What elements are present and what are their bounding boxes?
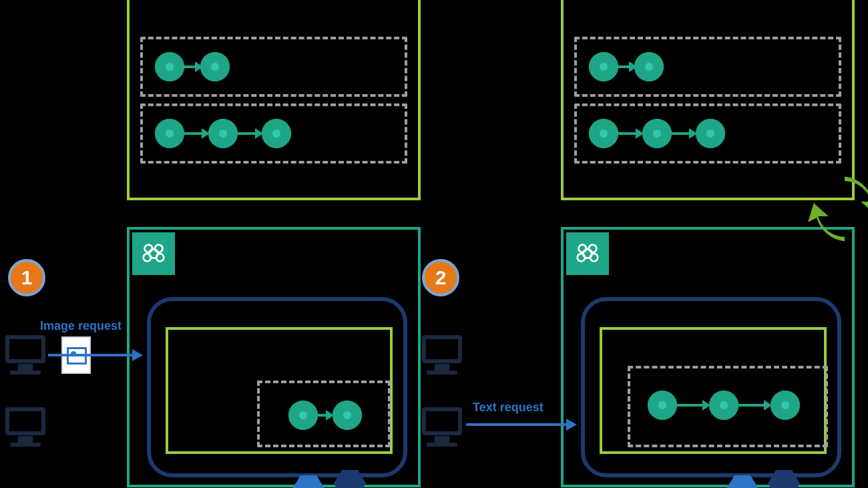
brain-icon — [132, 232, 175, 275]
model-registry-box — [561, 0, 855, 200]
svg-point-6 — [589, 245, 597, 253]
pipeline-link — [184, 132, 203, 135]
model-node-icon — [155, 119, 184, 148]
pipeline-link — [238, 132, 256, 135]
svg-point-1 — [155, 245, 163, 253]
step-number: 1 — [21, 266, 33, 289]
step-badge-1: 1 — [8, 259, 45, 296]
model-node-icon — [288, 401, 318, 430]
pipeline-link — [672, 132, 690, 135]
pipeline-link — [738, 404, 765, 407]
svg-point-5 — [579, 245, 587, 253]
model-node-icon — [642, 119, 672, 148]
client-computer-icon — [5, 335, 45, 372]
model-node-icon — [696, 119, 725, 148]
pipeline-link — [618, 132, 637, 135]
step-number: 2 — [435, 266, 447, 289]
model-node-icon — [333, 401, 362, 430]
model-node-icon — [589, 52, 618, 81]
panel-step-1: 1 Image request — [0, 0, 434, 488]
svg-point-0 — [145, 245, 153, 253]
model-node-icon — [589, 119, 618, 148]
model-node-icon — [155, 52, 184, 81]
text-request-label: Text request — [473, 401, 544, 415]
step-badge-2: 2 — [422, 259, 459, 296]
client-computer-icon — [422, 407, 462, 444]
svg-point-4 — [149, 249, 158, 258]
brain-icon — [566, 232, 609, 275]
model-registry-box — [127, 0, 421, 200]
refresh-arrows-icon — [808, 172, 868, 246]
request-arrow — [466, 423, 566, 426]
image-request-label: Image request — [40, 319, 122, 333]
model-node-icon — [648, 391, 677, 420]
client-computer-icon — [5, 407, 45, 444]
client-computer-icon — [422, 335, 462, 372]
pipeline-link — [677, 404, 704, 407]
svg-point-9 — [583, 249, 592, 258]
model-node-icon — [771, 391, 800, 420]
model-node-icon — [200, 52, 230, 81]
panel-step-2: 2 Text request — [434, 0, 868, 488]
model-node-icon — [709, 391, 738, 420]
request-arrow — [48, 354, 132, 356]
model-node-icon — [208, 119, 238, 148]
arrow-icon — [566, 419, 577, 431]
model-node-icon — [262, 119, 291, 148]
arrow-icon — [132, 349, 143, 361]
model-node-icon — [634, 52, 664, 81]
